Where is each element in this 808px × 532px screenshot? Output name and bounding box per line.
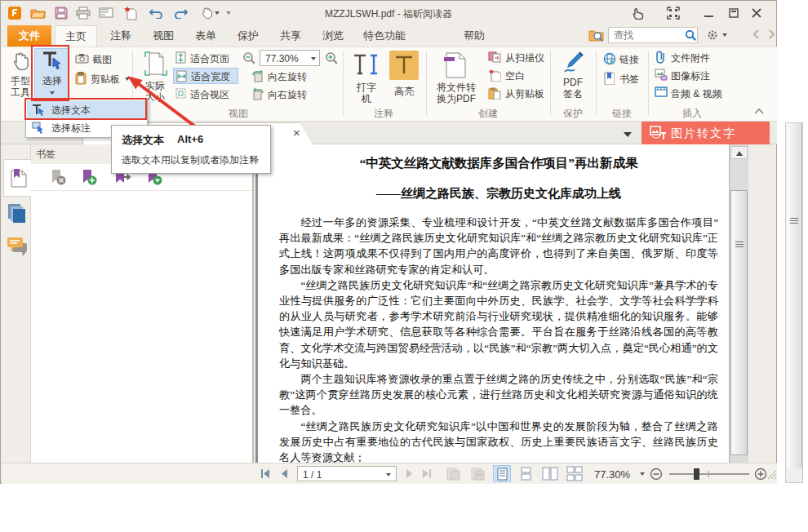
continuous-facing-view-button[interactable] — [566, 466, 583, 481]
image-annotation-label[interactable]: 图像标注 — [671, 69, 710, 83]
find-previous-icon[interactable] — [752, 29, 761, 39]
from-clipboard-icon[interactable] — [488, 86, 501, 100]
zoom-combo-caret-icon[interactable] — [311, 57, 316, 63]
single-page-view-button[interactable] — [493, 465, 511, 482]
page-combo-caret-icon[interactable] — [386, 473, 391, 479]
next-view-button[interactable] — [470, 467, 485, 481]
title-bar: MZZJLSWH.pdf - 福昕阅读器 — [1, 1, 776, 25]
collapse-ribbon-icon[interactable] — [754, 108, 764, 114]
continuous-view-button[interactable] — [521, 467, 531, 481]
layout-grid-icon[interactable] — [667, 7, 680, 20]
select-annotation-menu-icon — [32, 122, 45, 134]
doc-scrollbar[interactable] — [729, 144, 748, 463]
from-scanner-icon[interactable] — [488, 51, 501, 63]
from-clipboard-label[interactable]: 从剪贴板 — [505, 87, 544, 101]
doc-scrollbar-thumb[interactable] — [730, 190, 748, 455]
tab-comment[interactable]: 注释 — [102, 25, 140, 47]
zoom-out-icon[interactable] — [242, 51, 256, 65]
ocr-button[interactable]: 图片转文字 — [642, 122, 770, 144]
tab-browse[interactable]: 浏览 — [314, 25, 352, 47]
status-zoom-caret-icon[interactable] — [640, 472, 645, 478]
zoom-slider[interactable] — [669, 473, 749, 475]
group-label-insert: 插入 — [651, 107, 733, 121]
outer-scrollbar[interactable] — [785, 122, 803, 483]
tab-form[interactable]: 表单 — [187, 25, 224, 47]
previous-view-button[interactable] — [446, 467, 460, 481]
audio-video-icon[interactable] — [655, 86, 668, 98]
restore-button[interactable] — [727, 7, 740, 20]
menu-item-select-annotation-label: 选择标注 — [51, 122, 91, 135]
last-page-button[interactable] — [421, 468, 433, 479]
file-attachment-icon[interactable] — [655, 51, 667, 64]
share-hand-icon[interactable] — [631, 7, 645, 20]
tab-share[interactable]: 共享 — [272, 25, 309, 47]
bookmark-label[interactable]: 书签 — [619, 73, 639, 86]
comments-panel-icon[interactable] — [6, 236, 29, 257]
minimize-button[interactable] — [703, 7, 716, 20]
next-page-button[interactable] — [405, 468, 415, 479]
group-label-protect: 保护 — [553, 107, 593, 121]
clipboard-icon[interactable] — [75, 72, 87, 85]
previous-page-button[interactable] — [279, 468, 289, 479]
facing-view-button[interactable] — [542, 467, 558, 481]
nav-bookmarks-tab-active[interactable] — [3, 159, 32, 197]
doc-paragraph: 两个主题知识库将资源收录的重点置于丝绸之路的历史传统之中，分别选取“民族”和“宗… — [279, 371, 718, 419]
zoom-in-button[interactable] — [754, 468, 767, 481]
image-annotation-icon[interactable] — [655, 69, 668, 81]
zoom-in-icon[interactable] — [325, 51, 339, 65]
typewriter-icon — [353, 52, 380, 77]
convert-to-pdf-label: 将文件转换为PDF — [435, 82, 477, 104]
rotate-right-icon[interactable] — [251, 87, 264, 100]
zoom-level-combobox[interactable]: 77.30% — [260, 50, 320, 66]
fit-page-button[interactable]: 适合页面 — [175, 50, 238, 66]
group-label-link: 链接 — [599, 107, 645, 121]
search-icon[interactable] — [685, 29, 697, 42]
tab-help[interactable]: 帮助 — [456, 25, 492, 47]
close-button[interactable] — [750, 7, 763, 20]
add-bookmark-icon[interactable] — [80, 168, 98, 186]
ribbon-divider — [550, 51, 551, 116]
tooltip-description: 选取文本用以复制或者添加注释 — [122, 153, 259, 167]
resize-grip[interactable] — [767, 470, 777, 480]
zoom-out-button[interactable] — [650, 468, 663, 481]
first-page-button[interactable] — [260, 468, 271, 479]
tab-features[interactable]: 特色功能 — [357, 25, 412, 47]
delete-bookmark-icon[interactable] — [49, 168, 67, 186]
link-icon[interactable] — [603, 52, 616, 65]
page-number-combobox[interactable]: 1 / 1 — [297, 466, 397, 481]
find-next-icon[interactable] — [766, 29, 776, 39]
blank-page-icon[interactable] — [488, 69, 501, 82]
gear-icon[interactable] — [706, 29, 719, 42]
rotate-right-label[interactable]: 向右旋转 — [268, 88, 307, 102]
hand-tool-label: 手型工具 — [10, 75, 31, 98]
rotate-left-icon[interactable] — [251, 69, 264, 82]
ribbon-divider — [343, 51, 344, 116]
blank-page-label[interactable]: 空白 — [505, 69, 525, 83]
outer-scrollbar-thumb[interactable] — [787, 123, 802, 468]
snapshot-icon[interactable] — [75, 53, 89, 64]
tab-file[interactable]: 文件 — [7, 25, 51, 47]
typewriter-label: 打字机 — [356, 82, 377, 104]
zoom-level-value: 77.30% — [265, 53, 299, 64]
page-thumbnails-icon[interactable] — [7, 203, 27, 224]
gear-caret-icon[interactable] — [722, 33, 727, 39]
tab-view[interactable]: 视图 — [144, 25, 182, 47]
scroll-up-button[interactable] — [730, 146, 748, 159]
page-number-value: 1 / 1 — [303, 469, 322, 481]
rotate-left-label[interactable]: 向左旋转 — [268, 70, 307, 84]
link-label[interactable]: 链接 — [619, 53, 639, 67]
hand-icon — [11, 51, 30, 72]
audio-video-label[interactable]: 音频 & 视频 — [671, 87, 722, 101]
snapshot-label[interactable]: 截图 — [92, 53, 112, 67]
tab-close-icon[interactable]: × — [293, 126, 300, 140]
highlight-icon — [389, 51, 419, 80]
tab-list-caret-icon[interactable] — [624, 132, 632, 141]
from-scanner-label[interactable]: 从扫描仪 — [505, 51, 544, 65]
find-icon[interactable] — [588, 28, 604, 42]
tab-home[interactable]: 主页 — [55, 25, 97, 47]
bookmark-ribbon-icon[interactable] — [603, 72, 615, 85]
zoom-slider-handle[interactable] — [694, 468, 699, 480]
bookmarks-panel-title: 书签 — [36, 148, 55, 162]
tab-protect[interactable]: 保护 — [229, 25, 267, 47]
file-attachment-label[interactable]: 文件附件 — [671, 51, 710, 65]
